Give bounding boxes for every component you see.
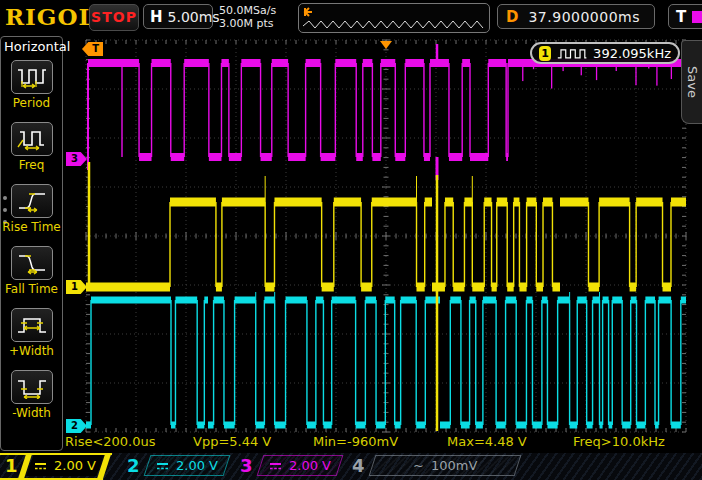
measurement-vpp: Vpp=5.44 V xyxy=(193,434,271,449)
memory-depth: 3.00M pts xyxy=(219,17,276,30)
channel1-scale: 2.00 V xyxy=(54,458,96,473)
channel3-number: 3 xyxy=(240,455,253,476)
horizontal-scale-box: H 5.00ms xyxy=(143,4,213,29)
delay-value: 37.9000000ms xyxy=(528,9,640,25)
channel2-number: 2 xyxy=(127,455,140,476)
dc-coupling-icon xyxy=(269,462,282,470)
trigger-source-color xyxy=(692,11,702,23)
sidebar-item-pos-width[interactable]: +Width xyxy=(0,308,63,358)
ac-coupling-icon: ~ xyxy=(413,458,424,473)
measurement-max: Max=4.48 V xyxy=(447,434,527,449)
channel1-number: 1 xyxy=(5,455,18,476)
sidebar-item-period[interactable]: Period xyxy=(0,60,63,110)
measurement-min: Min=-960mV xyxy=(313,434,398,449)
neg-width-icon xyxy=(11,370,53,404)
waveform-preview[interactable] xyxy=(298,3,490,33)
top-status-bar: RIGOL STOP H 5.00ms 50.0MSa/s 3.00M pts … xyxy=(0,0,702,34)
channel-status-bar: 1 2.00 V 2 2.00 V xyxy=(0,453,702,480)
fall-time-icon xyxy=(11,246,53,280)
rigol-logo: RIGOL xyxy=(5,3,96,30)
channel4-number: 4 xyxy=(352,455,365,476)
channel4-scale: 100mV xyxy=(431,458,477,473)
sidebar-item-fall-time[interactable]: Fall Time xyxy=(0,246,63,296)
freq-icon xyxy=(11,122,53,156)
sidebar-item-rise-time[interactable]: Rise Time xyxy=(0,184,63,234)
dc-coupling-icon xyxy=(156,462,169,470)
sidebar-title: Horizontal xyxy=(1,39,62,54)
square-wave-icon xyxy=(557,47,587,60)
acquisition-info: 50.0MSa/s 3.00M pts xyxy=(219,4,276,30)
rise-time-icon xyxy=(11,184,53,218)
channel2-scale: 2.00 V xyxy=(176,458,218,473)
dc-coupling-icon xyxy=(34,462,47,470)
freq-counter-channel: 1 xyxy=(539,46,551,61)
period-icon xyxy=(11,60,53,94)
oscilloscope-screen: RIGOL STOP H 5.00ms 50.0MSa/s 3.00M pts … xyxy=(0,0,702,480)
frequency-counter: 1 392.095kHz xyxy=(530,42,680,64)
measurement-rise: Rise<200.0us xyxy=(65,434,156,449)
sidebar-item-freq[interactable]: Freq xyxy=(0,122,63,172)
trigger-label: T xyxy=(676,8,686,26)
sample-rate: 50.0MSa/s xyxy=(219,4,276,17)
channel1-status[interactable]: 1 2.00 V xyxy=(0,453,114,480)
trigger-box: T xyxy=(668,4,702,29)
waveform-display xyxy=(0,0,702,480)
pos-width-icon xyxy=(11,308,53,342)
delay-label: D xyxy=(506,8,518,26)
delay-box: D 37.9000000ms xyxy=(497,4,655,29)
sidebar-item-neg-width[interactable]: -Width xyxy=(0,370,63,420)
channel3-scale: 2.00 V xyxy=(289,458,331,473)
h-scale-value: 5.00ms xyxy=(168,9,220,25)
h-label: H xyxy=(150,8,163,26)
measurement-freq: Freq>10.0kHz xyxy=(573,434,665,449)
freq-counter-value: 392.095kHz xyxy=(593,46,671,61)
save-tab[interactable]: Save xyxy=(681,40,702,124)
run-stop-status[interactable]: STOP xyxy=(89,4,139,31)
